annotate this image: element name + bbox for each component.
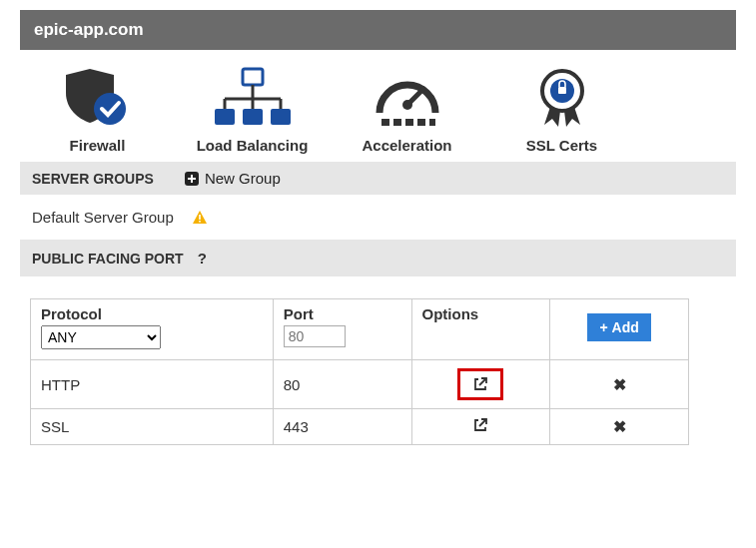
- default-server-group-label: Default Server Group: [32, 209, 174, 226]
- nav-load-balancing[interactable]: Load Balancing: [175, 60, 330, 154]
- row-delete: ✖: [550, 360, 689, 409]
- row-protocol: HTTP: [31, 360, 274, 409]
- svg-rect-20: [558, 87, 566, 94]
- nav-label: Acceleration: [330, 137, 484, 154]
- gauge-icon: [330, 60, 484, 135]
- table-row: HTTP 80 ✖: [31, 360, 689, 409]
- new-group-button[interactable]: New Group: [184, 170, 281, 187]
- col-options-label: Options: [422, 305, 540, 322]
- svg-line-27: [479, 419, 486, 426]
- ports-title: PUBLIC FACING PORT: [32, 251, 184, 267]
- svg-point-0: [94, 93, 126, 125]
- domain-title: epic-app.com: [34, 20, 144, 39]
- row-protocol: SSL: [31, 409, 274, 445]
- server-groups-title: SERVER GROUPS: [32, 171, 154, 187]
- nav-firewall[interactable]: Firewall: [20, 60, 175, 154]
- table-row: SSL 443 ✖: [31, 409, 689, 445]
- nav-acceleration[interactable]: Acceleration: [330, 60, 484, 154]
- col-port-label: Port: [284, 305, 401, 322]
- col-add: +Add: [550, 299, 689, 360]
- default-server-group-row[interactable]: Default Server Group: [20, 195, 736, 240]
- shield-check-icon: [20, 60, 175, 135]
- options-highlight: [457, 368, 503, 400]
- nav-label: Load Balancing: [175, 137, 330, 154]
- protocol-select[interactable]: ANY: [41, 325, 161, 349]
- add-label: Add: [612, 319, 639, 335]
- port-input[interactable]: [284, 325, 346, 347]
- nav-ssl-certs[interactable]: SSL Certs: [484, 60, 639, 154]
- help-icon[interactable]: ?: [198, 250, 207, 267]
- svg-rect-7: [215, 109, 235, 125]
- svg-rect-24: [199, 215, 201, 220]
- svg-rect-1: [243, 69, 263, 85]
- svg-rect-9: [271, 109, 291, 125]
- ssl-cert-icon: [484, 60, 639, 135]
- row-options: [411, 409, 550, 445]
- row-port: 443: [273, 409, 411, 445]
- row-delete: ✖: [550, 409, 689, 445]
- server-groups-bar: SERVER GROUPS New Group: [20, 162, 736, 195]
- ports-table: Protocol ANY Port Options +Add HTTP 80 ✖…: [30, 298, 689, 445]
- col-protocol-label: Protocol: [41, 305, 263, 322]
- svg-rect-14: [405, 119, 413, 126]
- load-balancing-icon: [175, 60, 330, 135]
- header-bar: epic-app.com: [20, 10, 736, 50]
- nav-label: Firewall: [20, 137, 175, 154]
- svg-rect-15: [417, 119, 425, 126]
- svg-line-26: [479, 378, 486, 385]
- svg-rect-12: [381, 119, 389, 126]
- col-port: Port: [273, 299, 411, 360]
- svg-line-11: [407, 89, 423, 105]
- new-group-label: New Group: [205, 170, 281, 187]
- public-facing-port-bar: PUBLIC FACING PORT ?: [20, 240, 736, 276]
- external-link-icon[interactable]: [472, 417, 488, 433]
- plus-square-icon: [184, 171, 200, 187]
- nav-row: Firewall Load Balancing Acceleration SSL…: [20, 50, 736, 162]
- close-icon[interactable]: ✖: [613, 376, 626, 393]
- external-link-icon[interactable]: [472, 376, 488, 392]
- warning-icon: [192, 210, 208, 226]
- svg-rect-8: [243, 109, 263, 125]
- add-button[interactable]: +Add: [587, 313, 650, 341]
- col-options: Options: [411, 299, 550, 360]
- col-protocol: Protocol ANY: [31, 299, 274, 360]
- svg-rect-25: [199, 221, 201, 223]
- row-options: [411, 360, 550, 409]
- svg-rect-13: [393, 119, 401, 126]
- table-header-row: Protocol ANY Port Options +Add: [31, 299, 689, 360]
- plus-icon: +: [599, 319, 607, 335]
- svg-rect-16: [429, 119, 435, 126]
- row-port: 80: [273, 360, 411, 409]
- nav-label: SSL Certs: [484, 137, 639, 154]
- close-icon[interactable]: ✖: [613, 418, 626, 435]
